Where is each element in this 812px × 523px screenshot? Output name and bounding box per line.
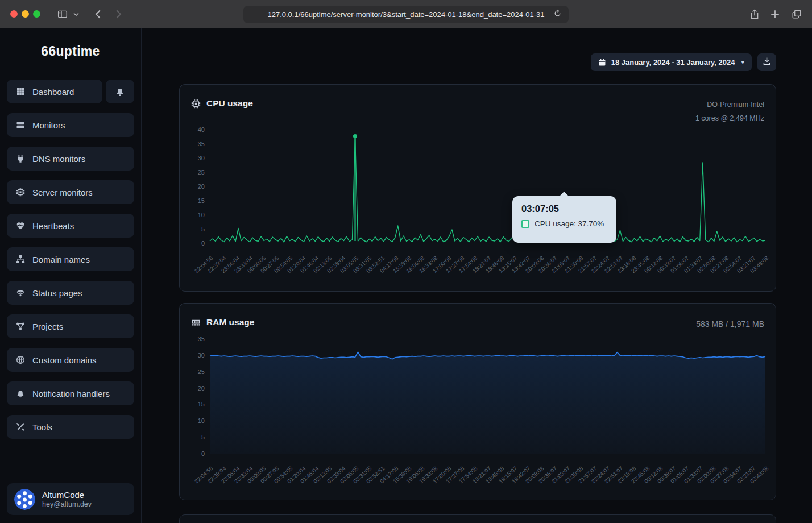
cpu-card-title: CPU usage — [206, 98, 253, 109]
calendar-icon — [598, 59, 606, 67]
y-tick-label: 20 — [180, 183, 205, 190]
avatar — [14, 489, 35, 510]
account-email: hey@altum.dev — [42, 500, 92, 508]
address-bar[interactable]: 127.0.0.1/66uptime/server-monitor/3&star… — [243, 6, 569, 23]
ram-x-axis: 22:04:5622:39:0423:06:0423:33:0400:00:05… — [210, 459, 765, 503]
chart-tooltip: 03:07:05 CPU usage: 37.70% — [512, 196, 616, 243]
y-tick-label: 40 — [180, 126, 205, 133]
y-tick-label: 20 — [180, 385, 205, 392]
y-tick-label: 0 — [180, 450, 205, 457]
heart-icon — [15, 221, 25, 231]
plug-icon — [15, 154, 25, 164]
y-tick-label: 5 — [180, 434, 205, 441]
sidebar-item-label: Projects — [32, 322, 63, 331]
ram-usage-card: RAM usage 583 MB / 1,971 MB 051015202530… — [179, 303, 776, 500]
sidebar-item-label: DNS monitors — [32, 154, 85, 164]
tab-overview-icon[interactable] — [790, 8, 803, 20]
y-tick-label: 15 — [180, 197, 205, 204]
app-logo: 66uptime — [7, 44, 134, 59]
date-range-text: 18 January, 2024 - 31 January, 2024 — [611, 58, 735, 67]
sidebar-item-label: Heartbeats — [32, 221, 74, 231]
sidebar-item-label: Domain names — [32, 255, 90, 264]
cpu-x-axis: 22:04:5622:39:0423:06:0423:33:0400:00:05… — [210, 248, 765, 293]
sidebar-item-custom-domains[interactable]: Custom domains — [7, 348, 134, 372]
bell-icon — [115, 87, 125, 97]
sidebar-item-dashboard[interactable]: Dashboard — [7, 80, 102, 103]
sidebar-item-label: Custom domains — [32, 355, 97, 365]
browser-chrome: 127.0.0.1/66uptime/server-monitor/3&star… — [0, 0, 812, 28]
wifi-icon — [15, 288, 25, 298]
sidebar-item-label: Dashboard — [32, 87, 74, 97]
sidebar-item-label: Tools — [32, 422, 52, 432]
window-minimize-button[interactable] — [22, 10, 29, 18]
series-swatch — [521, 220, 529, 228]
y-tick-label: 30 — [180, 155, 205, 161]
forward-button-icon — [112, 8, 125, 20]
notifications-button[interactable] — [106, 80, 134, 103]
next-card-peek — [179, 514, 776, 523]
y-tick-label: 5 — [180, 226, 205, 233]
y-tick-label: 15 — [180, 401, 205, 408]
y-tick-label: 35 — [180, 140, 205, 147]
sidebar-item-server-monitors[interactable]: Server monitors — [7, 180, 134, 204]
y-tick-label: 25 — [180, 169, 205, 176]
main-content: 18 January, 2024 - 31 January, 2024 ▾ CP… — [142, 28, 812, 523]
date-range-picker[interactable]: 18 January, 2024 - 31 January, 2024 ▾ — [591, 53, 752, 71]
y-tick-label: 10 — [180, 211, 205, 218]
window-zoom-button[interactable] — [33, 10, 40, 18]
chevron-down-icon[interactable] — [72, 8, 80, 20]
sidebar-item-label: Notification handlers — [32, 389, 110, 399]
chip-icon — [15, 188, 25, 197]
ram-chart[interactable] — [210, 339, 765, 454]
nodes-icon — [15, 322, 25, 331]
sidebar-item-heartbeats[interactable]: Heartbeats — [7, 214, 134, 238]
sidebar-item-domain-names[interactable]: Domain names — [7, 247, 134, 271]
back-button-icon[interactable] — [92, 8, 105, 20]
sidebar-item-tools[interactable]: Tools — [7, 415, 134, 439]
sidebar-item-label: Monitors — [32, 121, 65, 130]
sidebar-toggle-icon[interactable] — [56, 8, 69, 20]
caret-down-icon: ▾ — [741, 59, 744, 66]
y-tick-label: 0 — [180, 240, 205, 247]
bell-icon — [15, 389, 25, 399]
server-specs: 1 cores @ 2,494 MHz — [695, 112, 764, 126]
sidebar-item-monitors[interactable]: Monitors — [7, 113, 134, 137]
sidebar-item-label: Server monitors — [32, 188, 93, 197]
export-button[interactable] — [757, 53, 776, 71]
sidebar-item-label: Status pages — [32, 288, 82, 298]
cpu-chart[interactable]: 03:07:05 CPU usage: 37.70% — [210, 130, 765, 243]
ram-y-axis: 05101520253035 — [180, 339, 205, 454]
tooltip-time: 03:07:05 — [521, 204, 607, 214]
tooltip-arrow — [559, 192, 569, 197]
ram-usage-value: 583 MB / 1,971 MB — [696, 319, 764, 329]
sidebar-item-status-pages[interactable]: Status pages — [7, 281, 134, 305]
cpu-chip-icon — [191, 99, 201, 109]
y-tick-label: 25 — [180, 368, 205, 375]
cpu-y-axis: 0510152025303540 — [180, 130, 205, 243]
tools-icon — [15, 422, 25, 432]
server-name: DO-Premium-Intel — [695, 98, 764, 112]
download-icon — [763, 57, 771, 68]
cpu-usage-card: CPU usage DO-Premium-Intel 1 cores @ 2,4… — [179, 84, 776, 292]
sitemap-icon — [15, 255, 25, 264]
y-tick-label: 10 — [180, 417, 205, 424]
account-name: AltumCode — [42, 490, 92, 501]
reload-icon[interactable] — [553, 9, 564, 19]
grid-icon — [15, 87, 25, 97]
server-icon — [15, 121, 25, 130]
tooltip-value: CPU usage: 37.70% — [535, 219, 604, 228]
sidebar-item-notification-handlers[interactable]: Notification handlers — [7, 381, 134, 405]
account-card[interactable]: AltumCode hey@altum.dev — [7, 483, 134, 515]
share-icon[interactable] — [748, 8, 761, 20]
y-tick-label: 35 — [180, 335, 205, 342]
url-text: 127.0.0.1/66uptime/server-monitor/3&star… — [267, 10, 544, 19]
sidebar: 66uptime DashboardMonitorsDNS monitorsSe… — [0, 28, 142, 523]
window-close-button[interactable] — [10, 10, 18, 18]
y-tick-label: 30 — [180, 352, 205, 359]
globe-icon — [15, 355, 25, 365]
sidebar-item-dns-monitors[interactable]: DNS monitors — [7, 147, 134, 171]
sidebar-item-projects[interactable]: Projects — [7, 314, 134, 338]
new-tab-icon[interactable] — [769, 8, 781, 20]
memory-icon — [191, 318, 201, 327]
data-point-marker — [353, 134, 357, 138]
